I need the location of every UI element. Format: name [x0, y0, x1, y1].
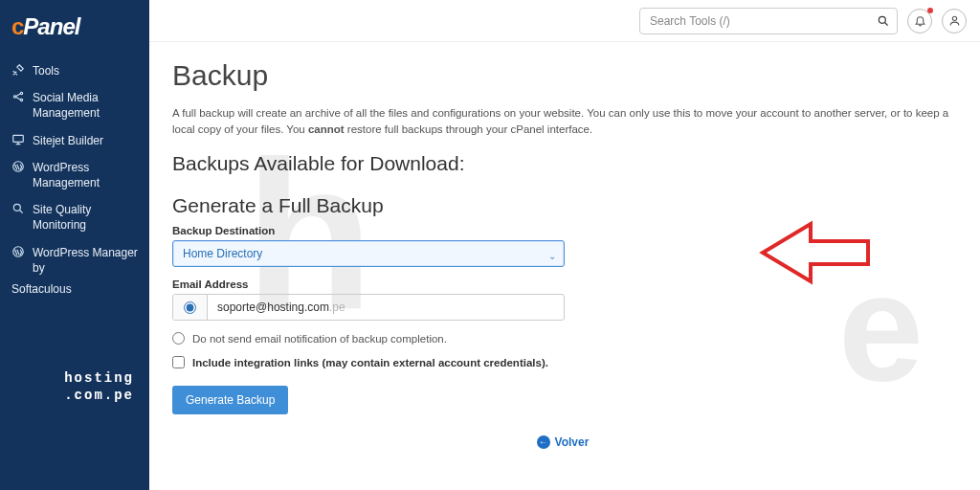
email-suffix: .pe [329, 301, 345, 314]
main: h e Backup A full backup will create an … [149, 0, 980, 490]
sidebar-item-wordpress-mgmt[interactable]: WordPress Management [0, 154, 149, 196]
email-address-input[interactable]: soporte@hosting.com.pe [208, 295, 564, 320]
section-generate-heading: Generate a Full Backup [172, 194, 953, 217]
search-icon [877, 14, 890, 28]
backup-destination-label: Backup Destination [172, 225, 953, 236]
page-title: Backup [172, 59, 953, 92]
send-email-radio[interactable] [184, 301, 196, 314]
select-value: Home Directory [183, 247, 262, 260]
page-description: A full backup will create an archive of … [172, 105, 953, 137]
account-button[interactable] [942, 9, 967, 33]
no-email-label: Do not send email notification of backup… [192, 333, 447, 345]
footer-brand-line1: hosting [0, 369, 149, 387]
email-address-label: Email Address [172, 278, 953, 290]
sidebar-item-softaculous[interactable]: Softaculous [0, 281, 149, 302]
search-input[interactable] [639, 8, 898, 34]
magnifier-icon [11, 202, 25, 215]
no-email-option[interactable]: Do not send email notification of backup… [172, 332, 953, 345]
monitor-icon [11, 133, 25, 146]
svg-point-1 [20, 93, 22, 95]
section-downloads-heading: Backups Available for Download: [172, 152, 953, 175]
sidebar-nav: Tools Social Media Management Sitejet Bu… [0, 57, 149, 302]
topbar [149, 0, 980, 42]
no-email-radio[interactable] [172, 332, 185, 345]
sidebar-item-wp-manager[interactable]: WordPress Manager by [0, 239, 149, 281]
bell-icon [914, 14, 926, 27]
sidebar-footer-brand: hosting .com.pe [0, 369, 149, 490]
svg-point-8 [952, 16, 956, 20]
arrow-left-icon: ← [537, 435, 550, 449]
search-wrap [639, 8, 898, 34]
sidebar-item-label: WordPress Management [33, 160, 138, 190]
sidebar-item-label: Site Quality Monitoring [33, 202, 138, 233]
sidebar-item-label: Softaculous [11, 281, 72, 297]
include-integration-option[interactable]: Include integration links (may contain e… [172, 356, 953, 368]
backup-destination-select[interactable]: Home Directory ⌄ [172, 240, 565, 267]
sidebar-item-label: Tools [33, 63, 59, 78]
chevron-down-icon: ⌄ [548, 251, 556, 261]
sidebar-item-sitejet[interactable]: Sitejet Builder [0, 127, 149, 154]
svg-rect-3 [13, 135, 24, 142]
search-button[interactable] [873, 11, 894, 32]
back-link[interactable]: ← Volver [367, 435, 759, 449]
sidebar-item-site-quality[interactable]: Site Quality Monitoring [0, 196, 149, 238]
sidebar-item-social-media[interactable]: Social Media Management [0, 84, 149, 126]
include-integration-label: Include integration links (may contain e… [192, 357, 548, 368]
desc-post: restore full backups through your cPanel… [345, 123, 593, 135]
svg-point-5 [13, 204, 20, 211]
notifications-button[interactable] [907, 9, 932, 33]
svg-point-7 [879, 16, 885, 23]
tools-icon [11, 63, 25, 77]
footer-brand-line2: .com.pe [0, 387, 149, 404]
notification-dot-icon [927, 8, 933, 13]
email-value: soporte@hosting.com [217, 301, 329, 314]
sidebar: cPanel Tools Social Media Management Sit… [0, 0, 149, 490]
svg-point-0 [13, 96, 15, 98]
generate-backup-button[interactable]: Generate Backup [172, 386, 288, 414]
sidebar-item-label: WordPress Manager by [33, 245, 138, 276]
sidebar-item-label: Social Media Management [33, 90, 138, 121]
share-icon [11, 90, 25, 103]
include-integration-checkbox[interactable] [172, 356, 185, 368]
email-address-row: soporte@hosting.com.pe [172, 294, 565, 321]
email-radio-wrap [173, 295, 208, 320]
sidebar-item-label: Sitejet Builder [33, 133, 103, 148]
back-link-label: Volver [555, 435, 590, 449]
user-icon [948, 14, 961, 27]
wordpress-icon [11, 245, 25, 258]
sidebar-item-tools[interactable]: Tools [0, 57, 149, 84]
wordpress-icon [11, 160, 25, 173]
cpanel-logo: cPanel [0, 0, 149, 48]
svg-point-2 [20, 100, 22, 101]
content: Backup A full backup will create an arch… [149, 42, 980, 458]
desc-bold: cannot [308, 123, 345, 135]
